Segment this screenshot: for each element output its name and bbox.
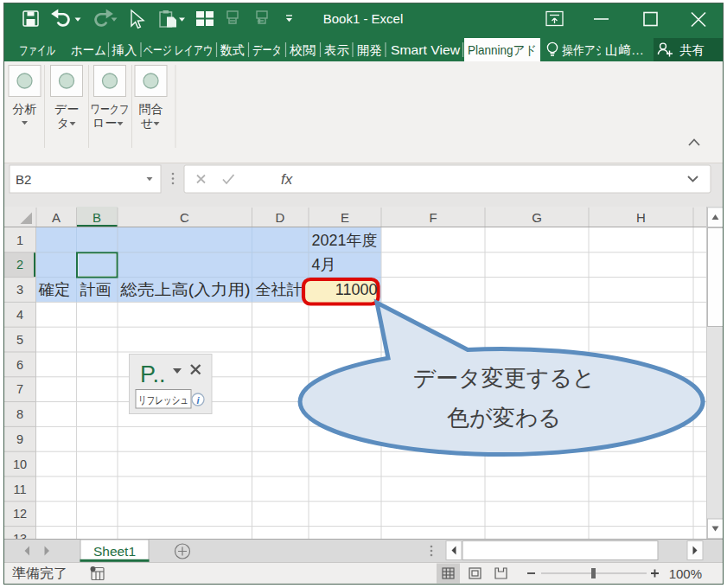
svg-text:E: E [341,210,349,225]
svg-text:2: 2 [16,258,23,272]
svg-text:F: F [429,210,437,225]
svg-text:2021年度: 2021年度 [312,232,378,249]
svg-text:表示: 表示 [324,43,350,57]
svg-text:B: B [92,210,101,225]
svg-text:分析: 分析 [13,102,37,116]
svg-text:挿入: 挿入 [112,43,137,57]
svg-text:P..: P.. [140,361,166,387]
svg-text:4月: 4月 [312,256,336,273]
svg-text:7: 7 [16,382,23,396]
svg-text:6: 6 [16,358,23,372]
svg-text:色が変わる: 色が変わる [447,405,561,431]
svg-text:9: 9 [16,432,23,446]
svg-text:ロー: ロー [92,116,117,130]
svg-text:4: 4 [16,308,23,322]
svg-text:Planningアド: Planningアド [468,43,537,57]
svg-text:タ: タ [57,116,69,130]
svg-text:5: 5 [16,333,23,347]
svg-text:共有: 共有 [679,43,705,57]
svg-text:H: H [636,210,646,225]
svg-text:問合: 問合 [139,102,163,116]
svg-text:確定: 確定 [38,281,70,298]
svg-text:データ変更すると: データ変更すると [412,365,595,391]
svg-text:数式: 数式 [220,43,245,57]
svg-text:ホーム: ホーム [71,43,106,57]
svg-text:準備完了: 準備完了 [12,566,67,580]
svg-text:リフレッシュ: リフレッシュ [138,394,188,406]
svg-text:Sheet1: Sheet1 [93,544,136,559]
svg-text:せ: せ [141,116,153,130]
svg-text:12: 12 [13,507,27,521]
svg-text:1: 1 [16,233,23,247]
svg-text:ページ レイアウト: ページ レイアウト [143,43,222,57]
svg-text:ファイル: ファイル [19,43,55,57]
svg-text:データ: データ [252,43,282,57]
svg-text:山﨑…: 山﨑… [605,43,644,57]
svg-text:総売上高(入力用): 総売上高(入力用) [119,281,250,298]
svg-text:3: 3 [16,283,23,297]
svg-text:D: D [276,210,285,225]
svg-text:B2: B2 [16,172,31,187]
svg-text:fx: fx [281,171,293,188]
svg-text:A: A [52,210,61,225]
svg-text:計画: 計画 [80,281,112,298]
svg-text:デー: デー [54,102,79,116]
svg-text:操作アシ: 操作アシ [562,43,607,57]
svg-text:11: 11 [13,483,26,496]
svg-text:Book1 - Excel: Book1 - Excel [323,11,404,26]
svg-text:Smart View: Smart View [391,43,461,57]
svg-text:開発: 開発 [357,43,382,57]
svg-text:全社計: 全社計 [256,281,303,298]
svg-text:10: 10 [13,457,27,471]
svg-text:校閲: 校閲 [289,43,316,57]
svg-text:ワークフ: ワークフ [91,102,130,116]
svg-text:8: 8 [16,407,23,421]
svg-text:11000: 11000 [335,281,378,298]
svg-text:C: C [180,210,189,225]
svg-text:G: G [532,210,542,225]
svg-text:100%: 100% [669,566,702,581]
